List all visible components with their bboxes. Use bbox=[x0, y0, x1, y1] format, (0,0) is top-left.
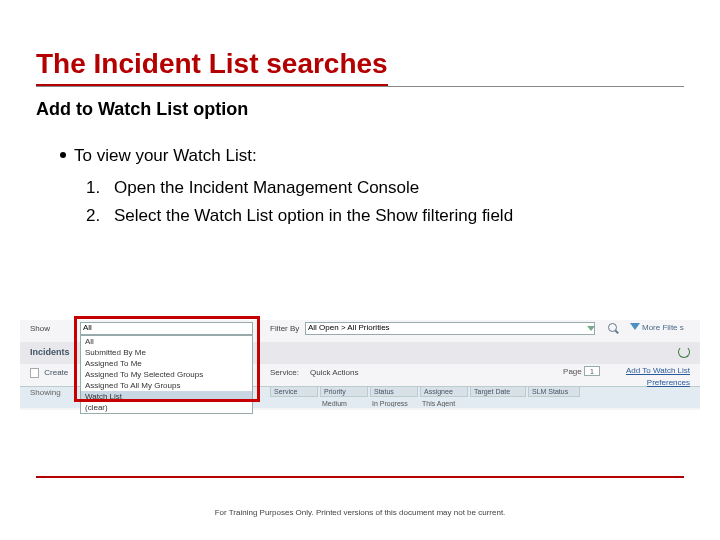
slide-title: The Incident List searches bbox=[36, 48, 388, 86]
dropdown-item[interactable]: Assigned To My Selected Groups bbox=[81, 369, 252, 380]
step-2: Select the Watch List option in the Show… bbox=[114, 202, 513, 230]
table-column-headers: Service Priority Status Assignee Target … bbox=[270, 386, 580, 397]
filter-icon[interactable] bbox=[630, 323, 640, 330]
footer-divider bbox=[36, 476, 684, 478]
preferences-link[interactable]: Preferences bbox=[647, 378, 690, 387]
dropdown-item-watch-list[interactable]: Watch List bbox=[81, 391, 252, 402]
show-label: Show bbox=[30, 324, 50, 333]
page-number-input[interactable]: 1 bbox=[584, 366, 600, 376]
table-cell bbox=[270, 400, 318, 407]
incidents-heading: Incidents bbox=[30, 347, 70, 357]
quick-actions-label[interactable]: Quick Actions bbox=[310, 368, 358, 377]
filter-by-label: Filter By bbox=[270, 324, 299, 333]
add-to-watch-list-link[interactable]: Add To Watch List bbox=[626, 366, 690, 375]
create-label-text: Create bbox=[44, 368, 68, 377]
table-cell: In Progress bbox=[370, 400, 418, 407]
step-number-2: 2. bbox=[86, 202, 106, 230]
table-cell bbox=[470, 400, 518, 407]
table-header[interactable]: SLM Status bbox=[528, 386, 580, 397]
table-header[interactable]: Assignee bbox=[420, 386, 468, 397]
refresh-icon[interactable] bbox=[678, 346, 690, 358]
more-filters-link[interactable]: More Filte s bbox=[642, 323, 684, 332]
table-header[interactable]: Priority bbox=[320, 386, 368, 397]
table-header[interactable]: Service bbox=[270, 386, 318, 397]
document-icon bbox=[30, 368, 39, 378]
title-divider bbox=[36, 86, 684, 87]
body-content: To view your Watch List: 1. Open the Inc… bbox=[60, 142, 684, 230]
step-number-1: 1. bbox=[86, 174, 106, 202]
bullet-text: To view your Watch List: bbox=[74, 142, 257, 170]
embedded-screenshot: Show All All Submitted By Me Assigned To… bbox=[20, 320, 700, 410]
dropdown-item[interactable]: All bbox=[81, 336, 252, 347]
create-button[interactable]: Create bbox=[30, 368, 68, 378]
table-cell: Medium bbox=[320, 400, 368, 407]
show-dropdown[interactable]: All bbox=[80, 322, 253, 335]
chevron-down-icon[interactable] bbox=[587, 326, 595, 331]
table-row[interactable]: Medium In Progress This Agent bbox=[270, 400, 568, 407]
step-1: Open the Incident Management Console bbox=[114, 174, 419, 202]
table-header[interactable]: Status bbox=[370, 386, 418, 397]
table-header[interactable]: Target Date bbox=[470, 386, 526, 397]
table-cell: This Agent bbox=[420, 400, 468, 407]
dropdown-item[interactable]: Assigned To All My Groups bbox=[81, 380, 252, 391]
page-indicator: Page 1 bbox=[563, 366, 600, 376]
slide-subtitle: Add to Watch List option bbox=[36, 99, 720, 120]
filter-by-dropdown[interactable]: All Open > All Priorities bbox=[305, 322, 595, 335]
page-label-text: Page bbox=[563, 367, 582, 376]
bullet-icon bbox=[60, 152, 66, 158]
showing-count-label: Showing bbox=[30, 388, 61, 397]
search-icon[interactable] bbox=[608, 323, 619, 334]
dropdown-item[interactable]: Assigned To Me bbox=[81, 358, 252, 369]
footer-text: For Training Purposes Only. Printed vers… bbox=[0, 508, 720, 517]
service-label: Service: bbox=[270, 368, 299, 377]
dropdown-item-clear[interactable]: (clear) bbox=[81, 402, 252, 413]
dropdown-item[interactable]: Submitted By Me bbox=[81, 347, 252, 358]
show-dropdown-menu[interactable]: All Submitted By Me Assigned To Me Assig… bbox=[80, 335, 253, 414]
table-cell bbox=[520, 400, 568, 407]
